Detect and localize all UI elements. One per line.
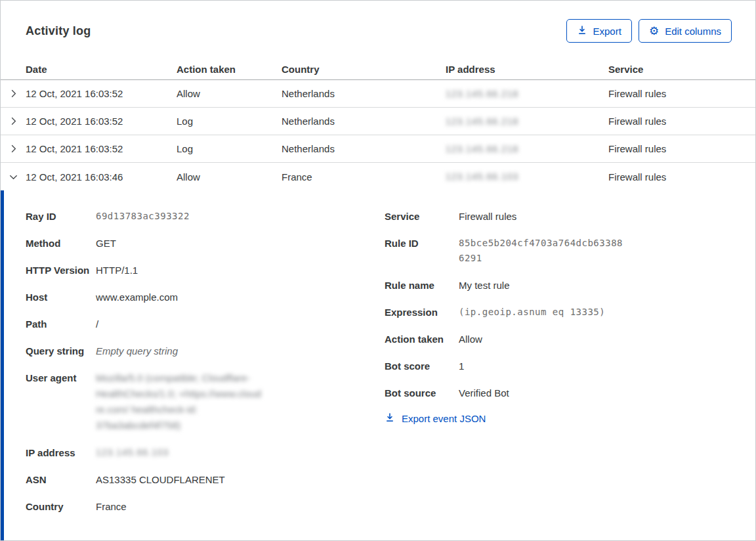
detail-label: Query string [26, 343, 96, 358]
row-service: Firewall rules [608, 116, 755, 127]
row-country: France [282, 171, 446, 183]
row-action: Allow [177, 171, 282, 183]
detail-row-action-taken: Action taken Allow [385, 332, 755, 347]
detail-row-service: Service Firewall rules [385, 209, 755, 224]
column-header-date: Date [26, 64, 177, 75]
table-row[interactable]: 12 Oct, 2021 16:03:52 Log Netherlands 12… [1, 135, 755, 163]
chevron-right-icon[interactable] [1, 89, 26, 98]
export-event-json-link[interactable]: Export event JSON [385, 412, 755, 425]
detail-row-bot-source: Bot source Verified Bot [385, 385, 755, 400]
export-button[interactable]: Export [566, 19, 632, 43]
detail-row-http-version: HTTP Version HTTP/1.1 [26, 263, 385, 278]
table-row-expanded[interactable]: 12 Oct, 2021 16:03:46 Allow France 123.1… [1, 163, 755, 190]
row-country: Netherlands [282, 116, 446, 127]
detail-value: Firewall rules [459, 209, 516, 224]
chevron-right-icon[interactable] [1, 116, 26, 126]
table-header-row: Date Action taken Country IP address Ser… [1, 58, 755, 80]
page-title: Activity log [26, 24, 91, 38]
row-country: Netherlands [282, 88, 446, 99]
detail-value: GET [96, 236, 116, 251]
row-date: 12 Oct, 2021 16:03:52 [26, 143, 177, 154]
detail-label: Path [26, 316, 96, 332]
detail-value: / [96, 316, 98, 332]
column-header-service: Service [608, 64, 755, 75]
row-action: Log [177, 116, 282, 127]
redacted-line: Mozilla/5.0 (compatible; Cloudflare- [96, 370, 261, 386]
detail-label: IP address [26, 445, 96, 460]
detail-row-path: Path / [26, 316, 385, 332]
detail-value: 85bce5b204cf4703a764dcb633886291 [459, 236, 627, 266]
download-icon [577, 25, 587, 37]
detail-value: My test rule [459, 278, 510, 293]
row-date: 12 Oct, 2021 16:03:46 [26, 171, 177, 183]
detail-row-ip-address: IP address 123.145.66.103 [26, 445, 385, 460]
redacted-line: HealthChecks/1.0; +https://www.cloudfla [96, 386, 261, 402]
detail-value: AS13335 CLOUDFLARENET [96, 472, 225, 487]
chevron-right-icon[interactable] [1, 144, 26, 154]
detail-row-ray-id: Ray ID 69d13783ac393322 [26, 209, 385, 224]
detail-right-column: Service Firewall rules Rule ID 85bce5b20… [385, 209, 755, 425]
edit-columns-button[interactable]: ⚙ Edit columns [639, 19, 732, 43]
detail-value-redacted: Mozilla/5.0 (compatible; Cloudflare- Hea… [96, 370, 261, 433]
row-action: Allow [177, 88, 282, 99]
edit-columns-button-label: Edit columns [665, 26, 721, 37]
detail-label: Method [26, 236, 96, 251]
export-event-json-label: Export event JSON [402, 413, 486, 424]
row-country: Netherlands [282, 143, 446, 154]
detail-value: 1 [459, 358, 464, 374]
detail-row-asn: ASN AS13335 CLOUDFLARENET [26, 472, 385, 487]
row-ip-redacted: 123.145.66.218 [446, 89, 608, 99]
detail-label: ASN [26, 472, 96, 487]
detail-value: HTTP/1.1 [96, 263, 138, 278]
row-ip-redacted: 123.145.66.218 [446, 144, 608, 154]
detail-row-rule-name: Rule name My test rule [385, 278, 755, 293]
download-icon [385, 412, 395, 425]
detail-value: (ip.geoip.asnum eq 13335) [459, 305, 605, 320]
detail-label: Rule name [385, 278, 459, 293]
header-actions: Export ⚙ Edit columns [566, 19, 732, 43]
redacted-line: re.com/ healthcheck-id: [96, 402, 261, 418]
detail-label: Rule ID [385, 236, 459, 266]
detail-value: www.example.com [96, 290, 178, 305]
detail-row-expression: Expression (ip.geoip.asnum eq 13335) [385, 305, 755, 320]
detail-row-bot-score: Bot score 1 [385, 358, 755, 374]
detail-label: User agent [26, 370, 96, 433]
detail-label: Country [26, 499, 96, 514]
detail-label: Bot source [385, 385, 459, 400]
redacted-line: 37ba3abcdef4f758) [96, 418, 261, 433]
gear-icon: ⚙ [649, 26, 659, 37]
detail-label: Action taken [385, 332, 459, 347]
row-ip-redacted: 123.145.66.218 [446, 116, 608, 127]
column-header-action: Action taken [177, 64, 282, 75]
detail-value: France [96, 499, 127, 514]
detail-left-column: Ray ID 69d13783ac393322 Method GET HTTP … [26, 209, 385, 526]
column-header-country: Country [282, 64, 446, 75]
detail-value: Empty query string [96, 343, 178, 358]
export-button-label: Export [593, 26, 621, 37]
detail-value: 69d13783ac393322 [96, 209, 190, 224]
row-ip-redacted: 123.145.66.103 [446, 171, 608, 182]
chevron-down-icon[interactable] [1, 172, 26, 182]
table-row[interactable]: 12 Oct, 2021 16:03:52 Allow Netherlands … [1, 80, 755, 108]
detail-row-rule-id: Rule ID 85bce5b204cf4703a764dcb633886291 [385, 236, 755, 266]
detail-value-redacted: 123.145.66.103 [96, 445, 169, 460]
column-header-ip: IP address [446, 64, 608, 75]
detail-row-method: Method GET [26, 236, 385, 251]
row-date: 12 Oct, 2021 16:03:52 [26, 116, 177, 127]
detail-value: Verified Bot [459, 385, 509, 400]
detail-value: Allow [459, 332, 482, 347]
detail-label: Expression [385, 305, 459, 320]
detail-label: Host [26, 290, 96, 305]
detail-label: Bot score [385, 358, 459, 374]
row-service: Firewall rules [608, 88, 755, 99]
row-action: Log [177, 143, 282, 154]
detail-row-country: Country France [26, 499, 385, 514]
table-row[interactable]: 12 Oct, 2021 16:03:52 Log Netherlands 12… [1, 108, 755, 135]
detail-label: Ray ID [26, 209, 96, 224]
activity-log-header: Activity log Export ⚙ Edit columns [1, 1, 755, 58]
row-service: Firewall rules [608, 171, 755, 183]
row-date: 12 Oct, 2021 16:03:52 [26, 88, 177, 99]
row-service: Firewall rules [608, 143, 755, 154]
detail-row-user-agent: User agent Mozilla/5.0 (compatible; Clou… [26, 370, 385, 433]
detail-label: HTTP Version [26, 263, 96, 278]
